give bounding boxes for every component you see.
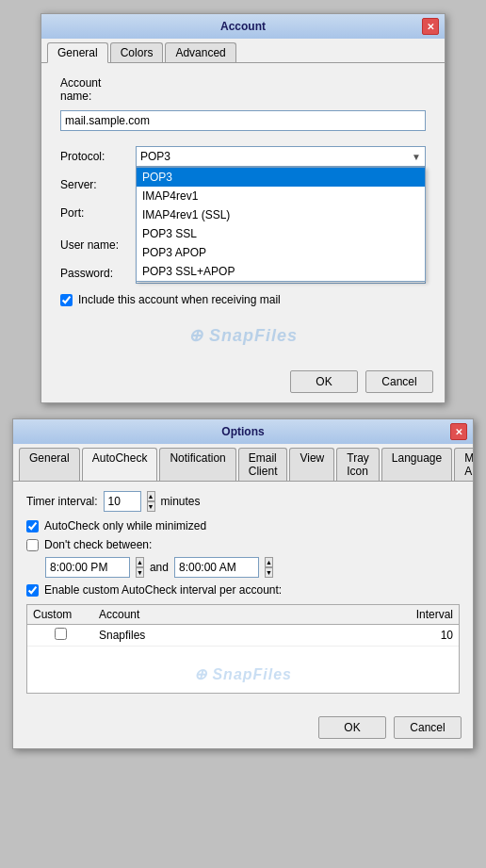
options-title: Options [36, 425, 450, 438]
tab-options-notification[interactable]: Notification [159, 448, 235, 481]
options-form: Timer interval: ▲ ▼ minutes AutoCheck on… [13, 482, 473, 711]
custom-interval-row: Enable custom AutoCheck interval per acc… [26, 583, 460, 597]
tab-options-view[interactable]: View [289, 448, 334, 481]
protocol-option-imap4rev1[interactable]: IMAP4rev1 [137, 187, 425, 205]
server-label: Server: [60, 178, 136, 191]
protocol-selected-value: POP3 [140, 150, 170, 163]
timer-label: Timer interval: [26, 495, 98, 508]
protocol-label: Protocol: [60, 150, 136, 163]
protocol-option-pop3[interactable]: POP3 [137, 168, 425, 187]
time-end-spinner: ▲ ▼ [265, 557, 273, 578]
protocol-dropdown-list: POP3 IMAP4rev1 IMAP4rev1 (SSL) POP3 SSL … [136, 167, 426, 282]
autocheck-minimized-row: AutoCheck only while minimized [26, 519, 460, 532]
account-title: Account [64, 20, 422, 33]
account-name-row: Account name: [60, 76, 426, 103]
tab-options-autocheck[interactable]: AutoCheck [82, 448, 158, 482]
protocol-option-imap4rev1-ssl[interactable]: IMAP4rev1 (SSL) [137, 205, 425, 224]
tab-general[interactable]: General [47, 42, 108, 63]
time-start-up[interactable]: ▲ [136, 557, 144, 567]
table-cell-account: Snapfiles [93, 625, 393, 647]
tab-options-email-client[interactable]: Email Client [238, 448, 288, 481]
autocheck-minimized-checkbox[interactable] [26, 520, 39, 532]
tab-advanced[interactable]: Advanced [165, 42, 235, 62]
time-start-input[interactable] [45, 557, 130, 578]
protocol-dropdown-trigger[interactable]: POP3 ▼ [136, 146, 426, 167]
options-close-button[interactable]: ✕ [450, 423, 467, 440]
time-range-row: ▲ ▼ and ▲ ▼ [45, 557, 460, 578]
time-end-up[interactable]: ▲ [265, 557, 273, 567]
options-tab-bar: General AutoCheck Notification Email Cli… [13, 444, 473, 482]
custom-interval-label: Enable custom AutoCheck interval per acc… [44, 583, 282, 597]
protocol-dropdown-arrow: ▼ [412, 152, 421, 162]
tab-options-language[interactable]: Language [381, 448, 452, 481]
options-dialog: Options ✕ General AutoCheck Notification… [12, 418, 474, 749]
account-close-button[interactable]: ✕ [422, 18, 439, 35]
tab-options-mouse-a[interactable]: Mouse A [454, 448, 473, 481]
options-ok-button[interactable]: OK [318, 716, 386, 739]
password-label: Password: [60, 267, 136, 280]
include-account-row: Include this account when receiving mail [60, 293, 426, 306]
account-cancel-button[interactable]: Cancel [365, 370, 433, 393]
dont-check-row: Don't check between: [26, 538, 460, 551]
tab-options-general[interactable]: General [19, 448, 80, 481]
col-account: Account [93, 605, 393, 625]
timer-unit: minutes [161, 495, 201, 508]
include-account-label: Include this account when receiving mail [78, 293, 281, 306]
tab-options-tray-icon[interactable]: Tray Icon [336, 448, 380, 481]
protocol-dropdown-wrapper: POP3 ▼ POP3 IMAP4rev1 IMAP4rev1 (SSL) PO… [136, 146, 426, 167]
dont-check-label: Don't check between: [44, 538, 152, 551]
protocol-row: Protocol: POP3 ▼ POP3 IMAP4rev1 IMAP4rev… [60, 146, 426, 167]
table-cell-custom [27, 625, 93, 647]
options-cancel-button[interactable]: Cancel [394, 716, 462, 739]
include-account-checkbox[interactable] [60, 294, 73, 306]
col-interval: Interval [393, 605, 459, 625]
account-table: Custom Account Interval Snapfiles 10 [27, 605, 459, 647]
account-dialog: Account ✕ General Colors Advanced Accoun… [40, 13, 446, 403]
timer-input[interactable] [104, 491, 141, 512]
time-start-down[interactable]: ▼ [136, 567, 144, 578]
autocheck-minimized-label: AutoCheck only while minimized [44, 519, 206, 532]
timer-down-arrow[interactable]: ▼ [147, 501, 155, 512]
table-row: Snapfiles 10 [27, 625, 459, 647]
account-watermark: ⊕ SnapFiles [60, 316, 426, 355]
tab-colors[interactable]: Colors [110, 42, 164, 62]
dont-check-checkbox[interactable] [26, 539, 39, 551]
account-titlebar: Account ✕ [41, 14, 445, 39]
account-tab-bar: General Colors Advanced [41, 39, 445, 63]
time-end-down[interactable]: ▼ [265, 567, 273, 578]
custom-interval-checkbox[interactable] [26, 584, 39, 597]
row-custom-checkbox[interactable] [55, 628, 67, 640]
account-name-input-row [60, 110, 426, 131]
account-table-wrapper: Custom Account Interval Snapfiles 10 ⊕ [26, 604, 460, 694]
table-watermark: ⊕ SnapFiles [27, 647, 459, 693]
time-end-input[interactable] [174, 557, 259, 578]
timer-row: Timer interval: ▲ ▼ minutes [26, 491, 460, 512]
account-ok-button[interactable]: OK [290, 370, 358, 393]
options-titlebar: Options ✕ [13, 419, 473, 444]
col-custom: Custom [27, 605, 93, 625]
account-name-input[interactable] [60, 110, 426, 131]
account-form: Account name: Protocol: POP3 ▼ POP3 IMAP… [41, 63, 445, 365]
account-dialog-buttons: OK Cancel [41, 365, 445, 402]
protocol-option-pop3-apop[interactable]: POP3 APOP [137, 243, 425, 262]
time-and-label: and [150, 561, 169, 574]
protocol-option-pop3-ssl-apop[interactable]: POP3 SSL+APOP [137, 262, 425, 281]
account-name-label: Account name: [60, 76, 136, 103]
table-cell-interval: 10 [393, 625, 459, 647]
time-start-spinner: ▲ ▼ [136, 557, 144, 578]
port-label: Port: [60, 206, 136, 220]
protocol-option-pop3-ssl[interactable]: POP3 SSL [137, 224, 425, 243]
options-dialog-buttons: OK Cancel [13, 711, 473, 748]
timer-up-arrow[interactable]: ▲ [147, 491, 155, 501]
username-label: User name: [60, 238, 136, 252]
timer-spinner: ▲ ▼ [147, 491, 155, 512]
